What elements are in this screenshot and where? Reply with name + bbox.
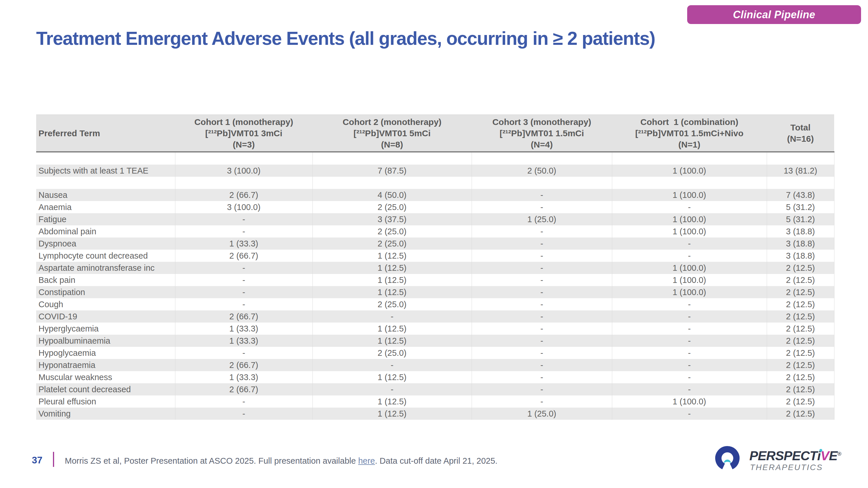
value-cell [472,152,612,165]
teae-table-body: Subjects with at least 1 TEAE3 (100.0)7 … [36,152,834,420]
footer-divider [53,452,54,467]
value-cell: 1 (12.5) [312,262,472,274]
value-cell: 1 (12.5) [312,395,472,408]
value-cell: 3 (100.0) [175,201,312,213]
value-cell: 1 (100.0) [612,262,767,274]
table-row: Muscular weakness1 (33.3)1 (12.5)--2 (12… [36,371,834,383]
value-cell: 1 (12.5) [312,274,472,286]
value-cell: - [472,383,612,395]
value-cell: 1 (100.0) [612,225,767,237]
value-cell [767,177,834,189]
column-header-cohort3: Cohort 3 (monotherapy) [²¹²Pb]VMT01 1.5m… [472,115,612,152]
citation-here-link[interactable]: here [358,456,375,465]
value-cell [175,177,312,189]
citation-text: Morris ZS et al, Poster Presentation at … [65,456,497,466]
value-cell: - [175,286,312,298]
table-row: Abdominal pain-2 (25.0)-1 (100.0)3 (18.8… [36,225,834,237]
value-cell: 2 (12.5) [767,347,834,359]
registered-mark: ® [837,451,841,457]
table-row: Subjects with at least 1 TEAE3 (100.0)7 … [36,165,834,177]
value-cell: 2 (12.5) [767,395,834,408]
value-cell: 1 (100.0) [612,395,767,408]
value-cell: - [612,298,767,311]
preferred-term-cell: COVID-19 [36,311,175,323]
page-number: 37 [32,455,42,466]
value-cell: - [472,347,612,359]
value-cell: 2 (66.7) [175,250,312,262]
value-cell: - [472,335,612,347]
value-cell: 1 (25.0) [472,213,612,225]
table-row: Anaemia3 (100.0)2 (25.0)--5 (31.2) [36,201,834,213]
logo-wordmark-i: i [817,448,821,463]
value-cell: 1 (33.3) [175,335,312,347]
value-cell: 2 (25.0) [312,347,472,359]
value-cell: 4 (50.0) [312,189,472,201]
badge-label: Clinical Pipeline [733,9,815,21]
value-cell: - [472,274,612,286]
value-cell: 2 (12.5) [767,298,834,311]
value-cell: - [612,408,767,420]
logo-arc-icon [712,444,742,473]
value-cell: - [175,213,312,225]
teae-table: Preferred Term Cohort 1 (monotherapy) [²… [36,115,834,420]
preferred-term-cell: Hyponatraemia [36,359,175,371]
column-header-cohort1: Cohort 1 (monotherapy) [²¹²Pb]VMT01 3mCi… [175,115,312,152]
value-cell: 2 (12.5) [767,274,834,286]
value-cell: 2 (12.5) [767,262,834,274]
value-cell: 1 (12.5) [312,371,472,383]
value-cell: 2 (25.0) [312,225,472,237]
table-row: Hypoalbuminaemia1 (33.3)1 (12.5)--2 (12.… [36,335,834,347]
preferred-term-cell: Back pain [36,274,175,286]
logo-subtitle: THERAPEUTICS [750,463,823,472]
table-row: Nausea2 (66.7)4 (50.0)-1 (100.0)7 (43.8) [36,189,834,201]
value-cell: 1 (100.0) [612,213,767,225]
preferred-term-cell: Hypoglycaemia [36,347,175,359]
table-row: Pleural effusion-1 (12.5)-1 (100.0)2 (12… [36,395,834,408]
value-cell [312,177,472,189]
value-cell: - [612,335,767,347]
value-cell: - [312,383,472,395]
value-cell: 5 (31.2) [767,213,834,225]
value-cell: - [612,383,767,395]
preferred-term-cell: Hypoalbuminaemia [36,335,175,347]
value-cell: 2 (12.5) [767,323,834,335]
column-header-cohort2: Cohort 2 (monotherapy) [²¹²Pb]VMT01 5mCi… [312,115,472,152]
table-spacer-row [36,177,834,189]
value-cell: 2 (12.5) [767,371,834,383]
value-cell [312,152,472,165]
value-cell: - [472,395,612,408]
preferred-term-cell: Constipation [36,286,175,298]
preferred-term-cell: Dyspnoea [36,237,175,250]
preferred-term-cell [36,152,175,165]
value-cell: - [472,201,612,213]
value-cell: - [472,262,612,274]
value-cell: - [175,225,312,237]
value-cell: 2 (66.7) [175,311,312,323]
value-cell: 3 (18.8) [767,237,834,250]
value-cell: 1 (12.5) [312,323,472,335]
clinical-pipeline-badge: Clinical Pipeline [687,5,861,24]
value-cell: 1 (100.0) [612,189,767,201]
value-cell: 2 (25.0) [312,298,472,311]
value-cell: - [472,311,612,323]
value-cell: - [175,298,312,311]
table-row: Constipation-1 (12.5)-1 (100.0)2 (12.5) [36,286,834,298]
value-cell: - [175,274,312,286]
value-cell: 2 (66.7) [175,189,312,201]
value-cell: - [612,323,767,335]
value-cell: - [612,250,767,262]
citation-prefix: Morris ZS et al, Poster Presentation at … [65,456,358,465]
preferred-term-cell [36,177,175,189]
value-cell: 1 (25.0) [472,408,612,420]
preferred-term-cell: Platelet count decreased [36,383,175,395]
value-cell [767,152,834,165]
value-cell [472,177,612,189]
value-cell: 1 (100.0) [612,165,767,177]
preferred-term-cell: Muscular weakness [36,371,175,383]
value-cell: - [175,262,312,274]
table-row: Fatigue-3 (37.5)1 (25.0)1 (100.0)5 (31.2… [36,213,834,225]
preferred-term-cell: Cough [36,298,175,311]
logo-wordmark-pre: PERSPECT [749,448,817,463]
value-cell: 7 (43.8) [767,189,834,201]
value-cell: 13 (81.2) [767,165,834,177]
